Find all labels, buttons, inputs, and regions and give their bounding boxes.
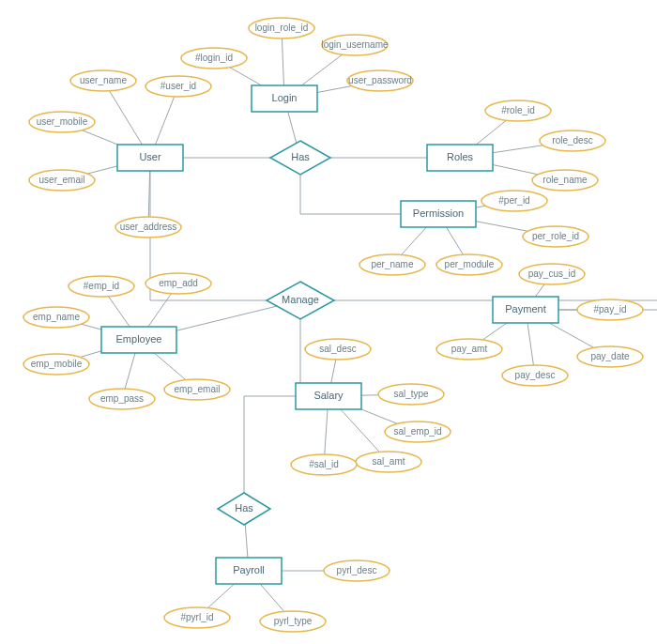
link	[300, 175, 401, 214]
link	[317, 86, 352, 93]
link	[87, 166, 117, 174]
attribute-label: sal_amt	[372, 456, 405, 467]
attribute: #sal_id	[291, 454, 357, 475]
link	[447, 227, 464, 254]
link	[260, 584, 284, 611]
attribute: #login_id	[181, 48, 247, 69]
attribute-label: per_name	[371, 259, 413, 269]
entity-label: Roles	[447, 151, 474, 162]
attribute-label: role_name	[542, 175, 588, 185]
attribute: per_role_id	[523, 226, 588, 247]
attribute: role_name	[532, 170, 598, 191]
attribute-label: per_module	[445, 259, 495, 269]
link	[482, 323, 507, 340]
attribute: pay_desc	[502, 365, 568, 386]
attribute-label: sal_type	[393, 389, 429, 399]
relationship-label: Has	[235, 502, 253, 514]
attribute-label: sal_desc	[319, 344, 356, 354]
link	[288, 112, 297, 143]
relationship-manage: Manage	[267, 282, 334, 319]
link	[176, 306, 277, 330]
link	[82, 130, 117, 145]
link	[110, 91, 143, 145]
attribute: per_name	[359, 254, 425, 275]
attribute-label: user_mobile	[37, 116, 88, 127]
link	[148, 294, 172, 327]
attribute-label: login_username	[321, 39, 389, 50]
link	[535, 284, 544, 297]
attribute-label: #user_id	[160, 81, 196, 91]
link	[493, 165, 538, 175]
attribute-label: pay_cus_id	[528, 268, 576, 279]
link	[125, 353, 135, 389]
link	[527, 323, 533, 365]
relationship-has2: Has	[218, 493, 270, 525]
attribute: pay_amt	[436, 339, 502, 360]
attribute: emp_email	[164, 379, 230, 400]
attribute: user_password	[347, 70, 413, 91]
entity-label: Payment	[505, 303, 545, 314]
attribute-label: emp_name	[33, 312, 80, 322]
attribute: pay_date	[577, 346, 643, 367]
relationship-label: Manage	[282, 294, 319, 305]
attribute-label: pay_amt	[451, 344, 488, 354]
attribute-label: pyrl_type	[274, 616, 313, 626]
attribute: user_mobile	[29, 112, 95, 132]
attribute: role_desc	[540, 130, 605, 151]
entity-label: User	[139, 151, 161, 162]
link	[244, 396, 296, 493]
entity-label: Permission	[413, 207, 464, 219]
link	[476, 222, 527, 232]
link	[207, 584, 234, 608]
relationship-label: Has	[291, 151, 310, 162]
link	[230, 68, 262, 85]
entity-permission: Permission	[401, 201, 476, 227]
attribute: pyrl_desc	[324, 560, 390, 581]
entity-label: Salary	[313, 390, 344, 401]
attribute: sal_emp_id	[385, 422, 451, 442]
attribute: login_username	[321, 35, 389, 55]
attribute: #user_id	[145, 76, 211, 97]
attribute-label: pyrl_desc	[337, 565, 377, 575]
attribute-label: emp_mobile	[31, 359, 83, 369]
link	[341, 409, 380, 452]
attribute-label: #per_id	[498, 195, 529, 206]
link	[549, 323, 594, 347]
link	[325, 409, 328, 454]
attribute-label: per_role_id	[532, 231, 579, 241]
attribute-label: emp_add	[159, 278, 198, 288]
attribute: user_address	[115, 217, 181, 238]
link	[493, 146, 542, 153]
attribute: emp_name	[23, 307, 89, 328]
attribute: sal_amt	[356, 452, 421, 472]
entity-salary: Salary	[296, 383, 361, 409]
entity-login: Login	[252, 85, 317, 112]
attribute: sal_desc	[305, 339, 371, 360]
attribute-label: login_role_id	[255, 23, 309, 33]
attribute-label: #sal_id	[309, 459, 339, 469]
link	[361, 409, 397, 423]
link	[81, 324, 101, 330]
entity-user: User	[117, 145, 183, 171]
entity-payment: Payment	[493, 297, 558, 323]
attribute: emp_mobile	[23, 354, 89, 375]
links-layer	[81, 38, 657, 611]
attribute-label: emp_email	[175, 384, 221, 394]
relationship-has1: Has	[270, 141, 330, 175]
attribute: user_email	[29, 170, 95, 191]
attribute-label: emp_pass	[100, 393, 144, 404]
link	[476, 206, 485, 207]
link	[402, 227, 427, 254]
attribute: emp_add	[145, 273, 211, 294]
attribute: #emp_id	[69, 276, 134, 297]
attribute-label: #login_id	[195, 53, 233, 63]
attribute-label: pay_desc	[515, 370, 556, 380]
attribute: pay_cus_id	[519, 264, 585, 284]
attribute: emp_pass	[89, 389, 155, 409]
entity-roles: Roles	[427, 145, 493, 171]
attribute-label: #emp_id	[84, 281, 119, 291]
attribute: pyrl_type	[260, 611, 326, 632]
attribute: #pay_id	[577, 299, 643, 320]
entity-payroll: Payroll	[216, 558, 282, 584]
attribute: #role_id	[485, 100, 551, 121]
